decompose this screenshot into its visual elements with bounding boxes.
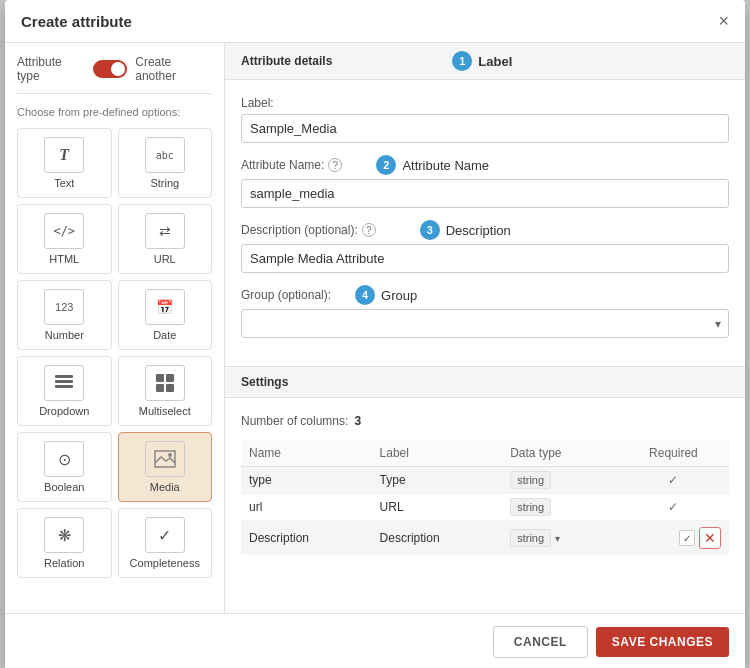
type-item-html[interactable]: </> HTML bbox=[17, 204, 112, 274]
description-help-icon[interactable]: ? bbox=[362, 223, 376, 237]
dialog-header: Create attribute × bbox=[5, 0, 745, 43]
type-multiselect-label: Multiselect bbox=[139, 405, 191, 417]
save-changes-button[interactable]: SAVE CHANGES bbox=[596, 627, 729, 657]
callout-num-2: 2 bbox=[376, 155, 396, 175]
group-select-wrapper: ▾ bbox=[241, 309, 729, 338]
group-form-group: Group (optional): 4 Group ▾ bbox=[241, 285, 729, 338]
callout-text-2: Attribute Name bbox=[402, 158, 489, 173]
type-item-string[interactable]: abc String bbox=[118, 128, 213, 198]
attribute-details-form: Label: Attribute Name: ? 2 Attribute Nam… bbox=[225, 80, 745, 366]
row-label-desc: Description bbox=[372, 521, 503, 556]
type-relation-label: Relation bbox=[44, 557, 84, 569]
right-panel: Attribute details 1 Label Label: Attribu… bbox=[225, 43, 745, 613]
type-date-label: Date bbox=[153, 329, 176, 341]
group-select[interactable] bbox=[241, 309, 729, 338]
num-columns-row: Number of columns: 3 bbox=[241, 414, 729, 428]
type-boolean-label: Boolean bbox=[44, 481, 84, 493]
type-item-text[interactable]: T Text bbox=[17, 128, 112, 198]
type-item-relation[interactable]: ❋ Relation bbox=[17, 508, 112, 578]
description-input[interactable] bbox=[241, 244, 729, 273]
callout-text-3: Description bbox=[446, 223, 511, 238]
svg-rect-6 bbox=[166, 384, 174, 392]
svg-rect-1 bbox=[55, 380, 73, 383]
type-item-media[interactable]: Media bbox=[118, 432, 213, 502]
create-attribute-dialog: Create attribute × Attribute type Create… bbox=[5, 0, 745, 668]
label-input[interactable] bbox=[241, 114, 729, 143]
callout-num-4: 4 bbox=[355, 285, 375, 305]
description-field-label: Description (optional): ? 3 Description bbox=[241, 220, 729, 240]
label-form-group: Label: bbox=[241, 96, 729, 143]
dialog-title: Create attribute bbox=[21, 13, 132, 30]
callout-text-4: Group bbox=[381, 288, 417, 303]
svg-rect-4 bbox=[166, 374, 174, 382]
col-header-datatype: Data type bbox=[502, 440, 618, 467]
row-name-type: type bbox=[241, 467, 372, 494]
table-row: type Type string ✓ bbox=[241, 467, 729, 494]
dialog-footer: CANCEL SAVE CHANGES bbox=[5, 613, 745, 668]
row-label-type: Type bbox=[372, 467, 503, 494]
description-form-group: Description (optional): ? 3 Description bbox=[241, 220, 729, 273]
type-number-label: Number bbox=[45, 329, 84, 341]
number-icon: 123 bbox=[44, 289, 84, 325]
col-header-name: Name bbox=[241, 440, 372, 467]
row-required-desc: ✓ ✕ bbox=[618, 521, 729, 556]
attribute-name-input[interactable] bbox=[241, 179, 729, 208]
settings-section: Settings Number of columns: 3 Name Label… bbox=[225, 366, 745, 571]
type-item-date[interactable]: 📅 Date bbox=[118, 280, 213, 350]
url-icon: ⇄ bbox=[145, 213, 185, 249]
close-button[interactable]: × bbox=[718, 12, 729, 30]
delete-row-button[interactable]: ✕ bbox=[699, 527, 721, 549]
type-dropdown-label: Dropdown bbox=[39, 405, 89, 417]
type-string-label: String bbox=[150, 177, 179, 189]
label-field-label: Label: bbox=[241, 96, 729, 110]
required-checkbox-desc[interactable]: ✓ bbox=[679, 530, 695, 546]
type-completeness-label: Completeness bbox=[130, 557, 200, 569]
table-header-row: Name Label Data type Required bbox=[241, 440, 729, 467]
type-item-completeness[interactable]: ✓ Completeness bbox=[118, 508, 213, 578]
col-header-label: Label bbox=[372, 440, 503, 467]
text-icon: T bbox=[44, 137, 84, 173]
cancel-button[interactable]: CANCEL bbox=[493, 626, 588, 658]
svg-rect-5 bbox=[156, 384, 164, 392]
svg-point-7 bbox=[168, 453, 172, 457]
toggle-knob bbox=[111, 62, 125, 76]
html-icon: </> bbox=[44, 213, 84, 249]
col-header-required: Required bbox=[618, 440, 729, 467]
attribute-details-section-header: Attribute details 1 Label bbox=[225, 43, 745, 80]
num-columns-value: 3 bbox=[354, 414, 361, 428]
string-icon: abc bbox=[145, 137, 185, 173]
type-media-label: Media bbox=[150, 481, 180, 493]
multiselect-icon bbox=[145, 365, 185, 401]
type-item-multiselect[interactable]: Multiselect bbox=[118, 356, 213, 426]
group-field-label: Group (optional): 4 Group bbox=[241, 285, 729, 305]
row-required-type: ✓ bbox=[618, 467, 729, 494]
svg-rect-3 bbox=[156, 374, 164, 382]
media-icon bbox=[145, 441, 185, 477]
row-label-url: URL bbox=[372, 494, 503, 521]
left-panel: Attribute type Create another Choose fro… bbox=[5, 43, 225, 613]
attribute-type-header: Attribute type Create another bbox=[17, 55, 212, 94]
predefined-label: Choose from pre-defined options: bbox=[17, 106, 212, 118]
row-datatype-desc: string ▾ bbox=[502, 521, 618, 556]
type-item-boolean[interactable]: ⊙ Boolean bbox=[17, 432, 112, 502]
dropdown-icon bbox=[44, 365, 84, 401]
settings-body: Number of columns: 3 Name Label Data typ… bbox=[225, 398, 745, 571]
table-row: Description Description string ▾ bbox=[241, 521, 729, 556]
type-html-label: HTML bbox=[49, 253, 79, 265]
row-datatype-type: string bbox=[502, 467, 618, 494]
type-item-url[interactable]: ⇄ URL bbox=[118, 204, 213, 274]
row-datatype-url: string bbox=[502, 494, 618, 521]
attribute-name-help-icon[interactable]: ? bbox=[328, 158, 342, 172]
create-another-toggle[interactable] bbox=[93, 60, 128, 78]
callout-num-3: 3 bbox=[420, 220, 440, 240]
type-grid: T Text abc String </> HTML ⇄ URL 123 bbox=[17, 128, 212, 578]
attribute-name-field-label: Attribute Name: ? 2 Attribute Name bbox=[241, 155, 729, 175]
date-icon: 📅 bbox=[145, 289, 185, 325]
callout-num-1: 1 bbox=[452, 51, 472, 71]
settings-section-header: Settings bbox=[225, 367, 745, 398]
create-another-label: Create another bbox=[135, 55, 212, 83]
type-url-label: URL bbox=[154, 253, 176, 265]
type-item-number[interactable]: 123 Number bbox=[17, 280, 112, 350]
type-item-dropdown[interactable]: Dropdown bbox=[17, 356, 112, 426]
attributes-table: Name Label Data type Required type Type … bbox=[241, 440, 729, 555]
